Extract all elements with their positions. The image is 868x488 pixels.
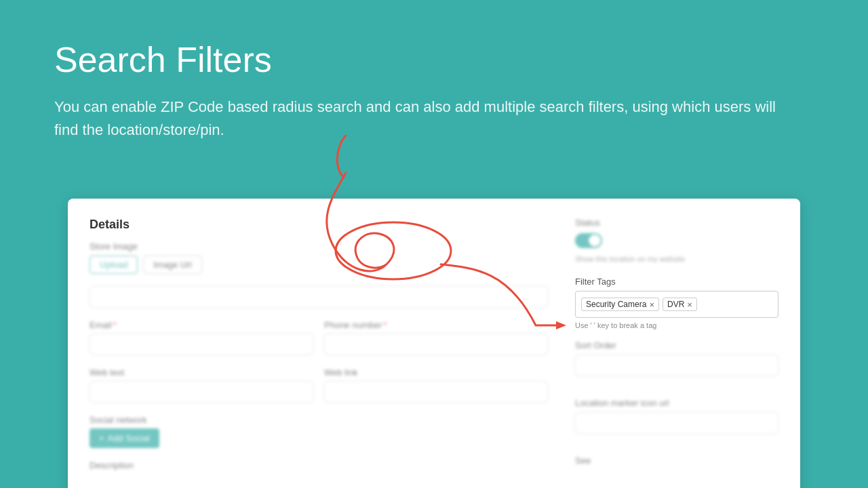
hero-section: Search Filters You can enable ZIP Code b… [0,0,868,169]
tag-dvr-text: DVR [667,300,684,309]
store-image-group: Store Image Upload Image Url [90,241,548,274]
name-input[interactable] [90,286,548,308]
store-image-row: Upload Image Url [90,256,548,274]
name-group [90,286,548,308]
image-url-button[interactable]: Image Url [143,256,201,274]
description-label: Description [90,460,548,470]
status-toggle[interactable] [575,233,602,248]
location-marker-input[interactable] [575,412,778,434]
web-text-input[interactable] [90,381,313,403]
tag-security-camera-text: Security Camera [586,300,646,309]
phone-input[interactable] [324,333,548,355]
location-marker-label: Location marker icon url [575,398,778,408]
phone-group: Phone number* [324,320,548,355]
social-label: Social network [90,415,548,425]
tags-input-container[interactable]: Security Camera × DVR × [575,291,778,318]
form-card: Details Store Image Upload Image Url Ema… [68,199,800,488]
see-label: See [575,455,778,466]
status-label: Status [575,218,778,228]
sort-order-input[interactable] [575,354,778,376]
filter-tags-section: Filter Tags Security Camera × DVR × Use … [575,277,778,329]
web-row: Web text Web link [90,367,548,415]
plus-icon: + [99,433,104,443]
details-heading: Details [90,218,548,232]
sort-order-group: Sort Order [575,340,778,386]
store-image-label: Store Image [90,241,548,251]
filter-tags-label: Filter Tags [575,277,778,287]
web-link-input[interactable] [324,381,548,403]
tag-security-camera: Security Camera × [581,298,659,311]
tag-dvr: DVR × [663,298,697,311]
page-description: You can enable ZIP Code based radius sea… [54,96,800,142]
web-text-label: Web text [90,367,313,378]
tag-dvr-remove[interactable]: × [687,300,692,309]
status-section: Status Show this location on my website [575,218,778,264]
add-social-button[interactable]: + Add Social [90,428,159,448]
web-text-group: Web text [90,367,313,403]
location-marker-group: Location marker icon url [575,398,778,443]
email-group: Email* [90,320,313,355]
page-title: Search Filters [54,41,814,79]
add-social-label: Add Social [108,433,150,443]
tags-hint: Use ' ' key to break a tag [575,321,778,329]
sort-order-label: Sort Order [575,340,778,350]
social-group: Social network + Add Social [90,415,548,448]
see-section: See [575,455,778,466]
phone-label: Phone number* [324,320,548,330]
form-right: Status Show this location on my website … [575,218,778,483]
web-link-label: Web link [324,367,548,378]
tag-security-camera-remove[interactable]: × [649,300,654,309]
email-phone-row: Email* Phone number* [90,320,548,367]
form-left: Details Store Image Upload Image Url Ema… [90,218,548,483]
description-group: Description [90,460,548,470]
email-label: Email* [90,320,313,330]
web-link-group: Web link [324,367,548,403]
upload-button[interactable]: Upload [90,256,138,274]
toggle-hint: Show this location on my website [575,255,685,263]
email-input[interactable] [90,333,313,355]
